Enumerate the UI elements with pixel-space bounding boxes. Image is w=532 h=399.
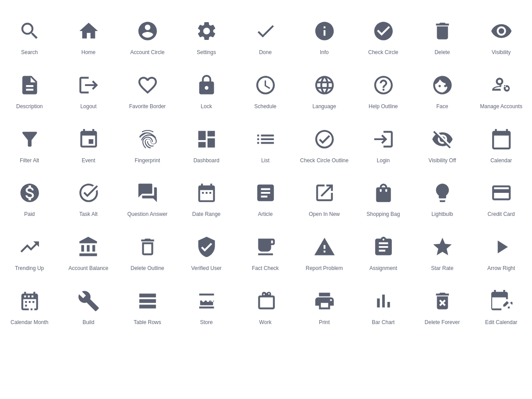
- icon-cell-check-circle-outline[interactable]: Check Circle Outline: [295, 117, 354, 171]
- icon-cell-visibility-off[interactable]: Visibility Off: [413, 117, 472, 171]
- delete-forever-label: Delete Forever: [425, 319, 460, 326]
- icon-cell-schedule[interactable]: Schedule: [236, 63, 295, 117]
- icon-cell-task-alt[interactable]: Task Alt: [59, 171, 118, 225]
- delete-outline-icon: [134, 234, 161, 260]
- star-rate-icon: [429, 234, 456, 260]
- calendar-label: Calendar: [490, 157, 512, 164]
- done-icon: [252, 18, 279, 44]
- icon-cell-visibility[interactable]: Visibility: [472, 9, 531, 63]
- help-outline-label: Help Outline: [368, 103, 398, 110]
- icon-cell-shopping-bag[interactable]: Shopping Bag: [354, 171, 413, 225]
- icon-cell-filter-alt[interactable]: Filter Alt: [0, 117, 59, 171]
- paid-icon: [16, 180, 43, 206]
- icon-cell-article[interactable]: Article: [236, 171, 295, 225]
- icon-cell-build[interactable]: Build: [59, 279, 118, 333]
- verified-user-icon: [193, 234, 220, 260]
- icon-cell-logout[interactable]: Logout: [59, 63, 118, 117]
- icon-cell-paid[interactable]: Paid: [0, 171, 59, 225]
- dashboard-label: Dashboard: [193, 157, 219, 164]
- dashboard-icon: [193, 126, 220, 153]
- icon-cell-delete[interactable]: Delete: [413, 9, 472, 63]
- login-label: Login: [377, 157, 390, 164]
- icon-cell-home[interactable]: Home: [59, 9, 118, 63]
- icon-cell-edit-calendar[interactable]: Edit Calendar: [472, 279, 531, 333]
- icon-cell-star-rate[interactable]: Star Rate: [413, 225, 472, 279]
- lock-icon: [193, 72, 220, 98]
- icon-cell-fact-check[interactable]: Fact Check: [236, 225, 295, 279]
- icon-cell-settings[interactable]: Settings: [177, 9, 236, 63]
- visibility-off-label: Visibility Off: [428, 157, 456, 164]
- login-icon: [370, 126, 397, 153]
- face-label: Face: [436, 103, 448, 110]
- icon-cell-face[interactable]: Face: [413, 63, 472, 117]
- bar-chart-icon: [370, 288, 397, 314]
- icon-cell-open-in-new[interactable]: Open In New: [295, 171, 354, 225]
- icon-cell-table-rows[interactable]: Table Rows: [118, 279, 177, 333]
- icon-cell-store[interactable]: Store: [177, 279, 236, 333]
- question-answer-icon: [134, 180, 161, 206]
- icon-cell-delete-forever[interactable]: Delete Forever: [413, 279, 472, 333]
- icon-cell-calendar-month[interactable]: Calendar Month: [0, 279, 59, 333]
- icon-cell-manage-accounts[interactable]: Manage Accounts: [472, 63, 531, 117]
- icon-cell-report-problem[interactable]: Report Problem: [295, 225, 354, 279]
- logout-label: Logout: [80, 103, 97, 110]
- print-icon: [311, 288, 338, 314]
- icon-cell-lightbulb[interactable]: Lightbulb: [413, 171, 472, 225]
- icon-cell-credit-card[interactable]: Credit Card: [472, 171, 531, 225]
- delete-label: Delete: [434, 49, 450, 56]
- favorite-border-icon: [134, 72, 161, 98]
- trending-up-label: Trending Up: [15, 265, 44, 272]
- icon-cell-verified-user[interactable]: Verified User: [177, 225, 236, 279]
- icon-cell-delete-outline[interactable]: Delete Outline: [118, 225, 177, 279]
- icon-cell-list[interactable]: List: [236, 117, 295, 171]
- icon-cell-event[interactable]: Event: [59, 117, 118, 171]
- icon-cell-account-balance[interactable]: Account Balance: [59, 225, 118, 279]
- icon-cell-arrow-right[interactable]: Arrow Right: [472, 225, 531, 279]
- icon-cell-login[interactable]: Login: [354, 117, 413, 171]
- icon-cell-trending-up[interactable]: Trending Up: [0, 225, 59, 279]
- icon-cell-bar-chart[interactable]: Bar Chart: [354, 279, 413, 333]
- icon-cell-favorite-border[interactable]: Favorite Border: [118, 63, 177, 117]
- arrow-right-icon: [488, 234, 515, 260]
- work-icon: [252, 288, 279, 314]
- shopping-bag-label: Shopping Bag: [367, 211, 400, 218]
- icon-cell-description[interactable]: Description: [0, 63, 59, 117]
- list-icon: [252, 126, 279, 153]
- icon-cell-print[interactable]: Print: [295, 279, 354, 333]
- fact-check-icon: [252, 234, 279, 260]
- check-circle-label: Check Circle: [368, 49, 398, 56]
- filter-alt-icon: [16, 126, 43, 153]
- face-icon: [429, 72, 456, 98]
- icon-cell-help-outline[interactable]: Help Outline: [354, 63, 413, 117]
- icon-cell-search[interactable]: Search: [0, 9, 59, 63]
- schedule-icon: [252, 72, 279, 98]
- icon-cell-lock[interactable]: Lock: [177, 63, 236, 117]
- help-outline-icon: [370, 72, 397, 98]
- icon-cell-info[interactable]: Info: [295, 9, 354, 63]
- date-range-icon: [193, 180, 220, 206]
- info-icon: [311, 18, 338, 44]
- icon-cell-work[interactable]: Work: [236, 279, 295, 333]
- delete-forever-icon: [429, 288, 456, 314]
- icon-cell-calendar[interactable]: Calendar: [472, 117, 531, 171]
- visibility-icon: [488, 18, 515, 44]
- icon-cell-language[interactable]: Language: [295, 63, 354, 117]
- verified-user-label: Verified User: [191, 265, 222, 272]
- assignment-icon: [370, 234, 397, 260]
- table-rows-icon: [134, 288, 161, 314]
- bar-chart-label: Bar Chart: [372, 319, 395, 326]
- task-alt-icon: [75, 180, 102, 206]
- icon-cell-question-answer[interactable]: Question Answer: [118, 171, 177, 225]
- icon-cell-account-circle[interactable]: Account Circle: [118, 9, 177, 63]
- icon-cell-done[interactable]: Done: [236, 9, 295, 63]
- icon-cell-check-circle[interactable]: Check Circle: [354, 9, 413, 63]
- icon-cell-assignment[interactable]: Assignment: [354, 225, 413, 279]
- task-alt-label: Task Alt: [79, 211, 98, 218]
- store-label: Store: [200, 319, 213, 326]
- icon-cell-fingerprint[interactable]: Fingerprint: [118, 117, 177, 171]
- icon-cell-dashboard[interactable]: Dashboard: [177, 117, 236, 171]
- store-icon: [193, 288, 220, 314]
- account-circle-label: Account Circle: [130, 49, 164, 56]
- report-problem-icon: [311, 234, 338, 260]
- icon-cell-date-range[interactable]: Date Range: [177, 171, 236, 225]
